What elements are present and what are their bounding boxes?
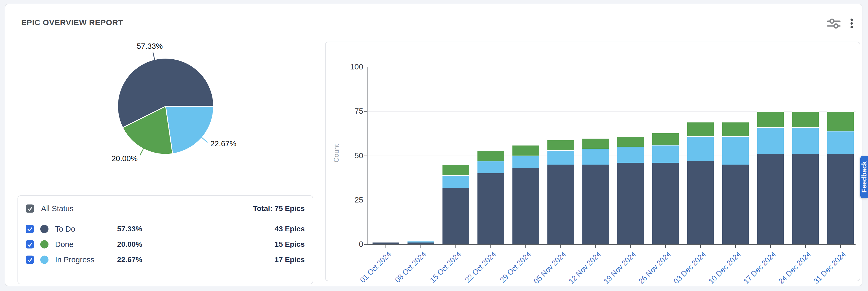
stacked-bar-29-Oct-2024[interactable]: [513, 145, 539, 244]
bar-segment-in-progress[interactable]: [792, 127, 819, 154]
bar-segment-in-progress[interactable]: [617, 147, 644, 163]
bar-segment-in-progress[interactable]: [827, 131, 854, 154]
y-axis-line: [367, 67, 368, 245]
pie-label-connector: [202, 137, 208, 143]
x-axis-label-01-Oct-2024[interactable]: 01 Oct 2024: [334, 250, 393, 291]
legend-row-to-do: To Do57.33%43 Epics: [18, 222, 313, 236]
stacked-bar-19-Nov-2024[interactable]: [617, 136, 644, 244]
bar-segment-done[interactable]: [513, 145, 539, 155]
bar-segment-done[interactable]: [442, 165, 469, 175]
all-status-label: All Status: [41, 204, 74, 213]
bar-segment-to-do[interactable]: [792, 154, 819, 244]
pie-label-to-do: 57.33%: [137, 42, 163, 51]
stacked-bar-15-Oct-2024[interactable]: [442, 165, 469, 244]
stacked-bar-24-Dec-2024[interactable]: [792, 111, 819, 244]
bar-segment-in-progress[interactable]: [652, 145, 679, 163]
bar-segment-to-do[interactable]: [477, 173, 504, 244]
x-axis-tick: [595, 244, 596, 248]
bar-segment-done[interactable]: [548, 140, 574, 150]
all-status-checkbox[interactable]: [26, 205, 34, 213]
status-color-swatch: [40, 256, 49, 264]
bar-segment-in-progress[interactable]: [513, 155, 539, 168]
y-axis-label: 50: [342, 151, 363, 160]
x-axis-tick: [735, 244, 736, 248]
pie-slice-in-progress[interactable]: [165, 106, 214, 154]
bar-segment-to-do[interactable]: [582, 165, 609, 244]
stacked-bar-10-Dec-2024[interactable]: [722, 122, 749, 244]
status-percentage: 20.00%: [117, 240, 142, 249]
bar-segment-in-progress[interactable]: [722, 136, 749, 165]
bar-segment-done[interactable]: [652, 133, 679, 145]
bar-segment-done[interactable]: [792, 111, 819, 127]
bar-segment-in-progress[interactable]: [407, 241, 434, 243]
stacked-bar-05-Nov-2024[interactable]: [548, 140, 574, 244]
bar-segment-to-do[interactable]: [617, 163, 644, 244]
stacked-bar-03-Dec-2024[interactable]: [687, 122, 714, 244]
status-checkbox[interactable]: [26, 240, 34, 249]
x-axis-line: [367, 244, 856, 245]
bar-segment-done[interactable]: [827, 111, 854, 131]
status-count: 43 Epics: [275, 225, 305, 233]
bar-segment-to-do[interactable]: [722, 165, 749, 244]
bar-segment-done[interactable]: [617, 136, 644, 147]
bar-segment-done[interactable]: [722, 122, 749, 136]
bar-segment-in-progress[interactable]: [687, 136, 714, 161]
x-axis-tick: [665, 244, 666, 248]
y-axis-label: 75: [342, 107, 363, 116]
stacked-bar-26-Nov-2024[interactable]: [652, 133, 679, 244]
status-checkbox[interactable]: [26, 256, 34, 264]
status-percentage: 57.33%: [117, 225, 142, 233]
status-color-swatch: [40, 240, 49, 249]
stacked-bar-01-Oct-2024[interactable]: [373, 242, 399, 244]
bar-segment-to-do[interactable]: [687, 161, 714, 244]
more-options-icon[interactable]: [847, 16, 856, 31]
stacked-bar-08-Oct-2024[interactable]: [407, 241, 434, 244]
x-axis-tick: [525, 244, 526, 248]
status-name: To Do: [55, 225, 75, 233]
x-axis-tick: [490, 244, 491, 248]
pie-label-connector: [153, 53, 155, 60]
bar-segment-to-do[interactable]: [548, 165, 574, 244]
x-axis-tick: [560, 244, 561, 248]
bar-segment-done[interactable]: [687, 122, 714, 136]
chart-settings-icon[interactable]: [825, 17, 843, 30]
y-axis-label: 0: [342, 240, 363, 249]
feedback-button-label: Feedback: [860, 161, 868, 193]
x-axis-tick: [770, 244, 771, 248]
status-percentage: 22.67%: [117, 256, 142, 264]
bar-segment-to-do[interactable]: [407, 242, 434, 244]
bar-segment-done[interactable]: [582, 138, 609, 149]
bar-segment-in-progress[interactable]: [477, 161, 504, 173]
bar-segment-done[interactable]: [477, 150, 504, 161]
pie-label-done: 20.00%: [105, 154, 137, 163]
stacked-bar-22-Oct-2024[interactable]: [477, 150, 504, 244]
status-count: 15 Epics: [275, 240, 305, 249]
stacked-bar-31-Dec-2024[interactable]: [827, 111, 854, 244]
bar-segment-to-do[interactable]: [757, 154, 784, 244]
bar-segment-in-progress[interactable]: [757, 127, 784, 154]
status-count: 17 Epics: [275, 256, 305, 264]
status-color-swatch: [40, 225, 49, 233]
bar-segment-in-progress[interactable]: [548, 150, 574, 165]
epic-trend-chart-card: Count 025507510001 Oct 202408 Oct 202415…: [325, 41, 860, 281]
y-axis-label: 100: [342, 62, 363, 71]
stacked-bar-12-Nov-2024[interactable]: [582, 138, 609, 244]
legend-row-done: Done20.00%15 Epics: [18, 237, 313, 251]
bar-segment-in-progress[interactable]: [582, 149, 609, 165]
x-axis-tick: [805, 244, 806, 248]
y-gridline: [368, 67, 856, 67]
feedback-button[interactable]: Feedback: [860, 156, 868, 198]
epic-overview-report-widget: EPIC OVERVIEW REPORT 22.67%20.00%57.33% …: [0, 0, 868, 291]
bar-segment-to-do[interactable]: [652, 163, 679, 244]
bar-segment-to-do[interactable]: [827, 154, 854, 244]
bar-segment-to-do[interactable]: [513, 168, 539, 244]
status-checkbox[interactable]: [26, 225, 34, 233]
bar-segment-in-progress[interactable]: [442, 175, 469, 187]
stacked-bar-17-Dec-2024[interactable]: [757, 111, 784, 244]
bar-segment-to-do[interactable]: [373, 242, 399, 244]
bar-segment-to-do[interactable]: [442, 187, 469, 244]
x-axis-tick: [385, 244, 386, 248]
status-pie-chart[interactable]: [5, 4, 323, 190]
x-axis-tick: [700, 244, 701, 248]
bar-segment-done[interactable]: [757, 111, 784, 127]
